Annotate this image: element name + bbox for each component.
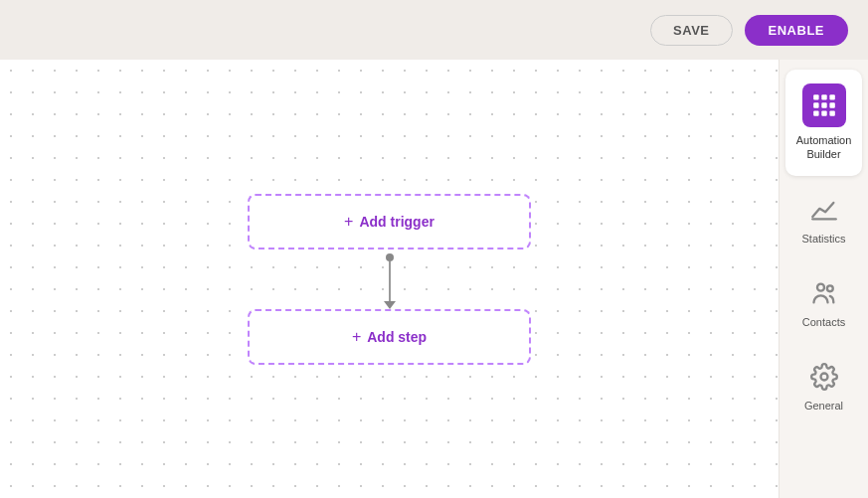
- svg-rect-0: [813, 94, 818, 99]
- connector-arrow: [384, 301, 396, 309]
- svg-rect-1: [821, 94, 826, 99]
- topbar: SAVE ENABLE: [0, 0, 868, 60]
- connector-line: [389, 261, 391, 301]
- plus-icon: +: [344, 213, 353, 231]
- svg-rect-7: [821, 110, 826, 115]
- add-trigger-box[interactable]: + Add trigger: [248, 194, 531, 249]
- flow-canvas[interactable]: + Add trigger + Add step: [0, 60, 779, 498]
- add-step-label: Add step: [367, 329, 427, 345]
- svg-rect-3: [813, 102, 818, 107]
- svg-rect-6: [813, 110, 818, 115]
- svg-rect-5: [829, 102, 834, 107]
- flow-nodes: + Add trigger + Add step: [248, 194, 531, 365]
- sidebar: Automation Builder Statistics: [779, 60, 868, 498]
- automation-builder-label: Automation Builder: [793, 133, 854, 162]
- svg-rect-4: [821, 102, 826, 107]
- statistics-label: Statistics: [801, 232, 845, 246]
- contacts-label: Contacts: [802, 315, 845, 329]
- connector-dot: [386, 253, 394, 261]
- save-button[interactable]: SAVE: [650, 15, 732, 46]
- flow-connector: [384, 249, 396, 309]
- automation-builder-icon: [802, 83, 846, 127]
- enable-button[interactable]: ENABLE: [745, 15, 848, 46]
- svg-rect-2: [829, 94, 834, 99]
- plus-icon-step: +: [352, 328, 361, 346]
- add-trigger-label: Add trigger: [359, 214, 434, 230]
- contacts-icon: [808, 277, 840, 309]
- add-step-box[interactable]: + Add step: [248, 309, 531, 365]
- svg-point-12: [820, 374, 827, 381]
- main-layout: + Add trigger + Add step: [0, 60, 868, 498]
- general-icon: [808, 361, 840, 393]
- sidebar-item-automation-builder[interactable]: Automation Builder: [785, 70, 862, 176]
- sidebar-item-statistics[interactable]: Statistics: [785, 180, 862, 259]
- general-label: General: [804, 399, 843, 413]
- sidebar-item-general[interactable]: General: [785, 347, 862, 426]
- statistics-icon: [808, 194, 840, 226]
- svg-point-10: [817, 284, 824, 291]
- sidebar-item-contacts[interactable]: Contacts: [785, 263, 862, 343]
- svg-rect-8: [829, 110, 834, 115]
- svg-point-11: [826, 285, 832, 291]
